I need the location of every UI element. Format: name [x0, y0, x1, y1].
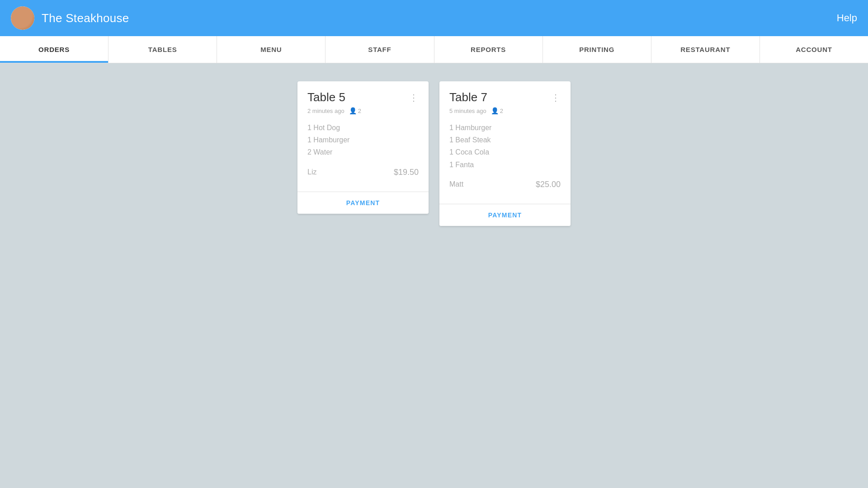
guests-icon: 👤	[491, 107, 499, 114]
tab-tables[interactable]: TABLES	[108, 36, 217, 63]
table5-total: $19.50	[394, 168, 419, 177]
avatar	[11, 6, 34, 30]
help-link[interactable]: Help	[837, 12, 857, 24]
table7-waiter: Matt	[449, 180, 463, 188]
header-left: The Steakhouse	[11, 6, 129, 30]
tab-orders[interactable]: ORDERS	[0, 36, 108, 63]
table5-menu-button[interactable]: ⋮	[409, 93, 419, 102]
main-nav: ORDERS TABLES MENU STAFF REPORTS PRINTIN…	[0, 36, 868, 63]
table5-time: 2 minutes ago	[307, 108, 344, 114]
tab-printing[interactable]: PRINTING	[543, 36, 651, 63]
list-item: 1 Beaf Steak	[449, 134, 561, 146]
list-item: 1 Fanta	[449, 159, 561, 171]
order-card-table7: Table 7 ⋮ 5 minutes ago 👤 2 1 Hamburger …	[439, 81, 571, 226]
table7-menu-button[interactable]: ⋮	[551, 93, 561, 102]
tab-restaurant[interactable]: RESTAURANT	[651, 36, 760, 63]
tab-reports[interactable]: REPORTS	[434, 36, 543, 63]
main-content: Table 5 ⋮ 2 minutes ago 👤 2 1 Hot Dog 1 …	[0, 63, 868, 244]
app-title: The Steakhouse	[42, 11, 129, 25]
tab-account[interactable]: ACCOUNT	[760, 36, 868, 63]
table5-waiter: Liz	[307, 168, 316, 176]
tab-staff[interactable]: STAFF	[326, 36, 434, 63]
table7-meta: 5 minutes ago 👤 2	[449, 107, 561, 114]
table7-total: $25.00	[536, 180, 561, 189]
app-header: The Steakhouse Help	[0, 0, 868, 36]
list-item: 1 Coca Cola	[449, 146, 561, 158]
table7-items: 1 Hamburger 1 Beaf Steak 1 Coca Cola 1 F…	[449, 122, 561, 171]
table5-meta: 2 minutes ago 👤 2	[307, 107, 419, 114]
table7-payment-button[interactable]: PAYMENT	[439, 204, 571, 226]
guests-icon: 👤	[349, 107, 357, 114]
table5-payment-button[interactable]: PAYMENT	[297, 192, 429, 214]
list-item: 1 Hamburger	[449, 122, 561, 134]
tab-menu[interactable]: MENU	[217, 36, 326, 63]
table5-footer-info: Liz $19.50	[307, 168, 419, 184]
table5-items: 1 Hot Dog 1 Hamburger 2 Water	[307, 122, 419, 159]
list-item: 1 Hot Dog	[307, 122, 419, 134]
table7-footer-info: Matt $25.00	[449, 180, 561, 197]
table5-title: Table 5	[307, 90, 345, 104]
table7-guests: 👤 2	[491, 107, 503, 114]
table7-time: 5 minutes ago	[449, 108, 486, 114]
table7-title: Table 7	[449, 90, 487, 104]
order-card-table5: Table 5 ⋮ 2 minutes ago 👤 2 1 Hot Dog 1 …	[297, 81, 429, 214]
list-item: 1 Hamburger	[307, 134, 419, 146]
list-item: 2 Water	[307, 146, 419, 158]
table5-guests: 👤 2	[349, 107, 361, 114]
